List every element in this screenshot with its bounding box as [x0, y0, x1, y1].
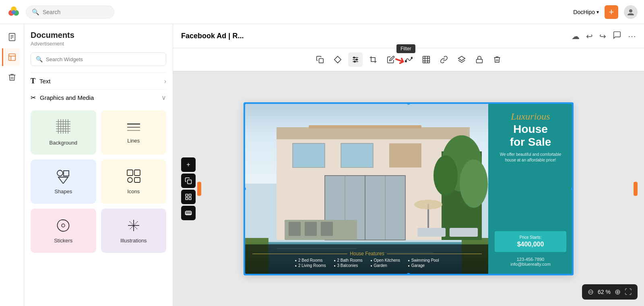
sidebar-item-new-doc[interactable] [3, 28, 21, 46]
canvas-header-right: ☁ ↩ ↪ ⋯ [572, 31, 636, 41]
widget-icons[interactable]: Icons [101, 159, 167, 204]
ad-info-section: Luxurious Housefor Sale We offer beautif… [488, 103, 573, 275]
svg-rect-33 [134, 178, 140, 182]
svg-rect-100 [417, 228, 446, 237]
graphics-section-header[interactable]: ✂ Graphics and Media ∨ [31, 89, 166, 105]
widget-search-bar[interactable]: 🔍 [31, 52, 166, 66]
grid-float-btn[interactable] [181, 190, 196, 204]
chevron-down-icon: ▾ [597, 9, 599, 15]
handle-br[interactable] [571, 273, 574, 275]
widget-shapes[interactable]: Shapes [31, 159, 96, 204]
svg-rect-30 [127, 170, 133, 176]
svg-rect-47 [405, 61, 407, 62]
handle-bm[interactable] [407, 273, 410, 275]
ad-luxurious-text: Luxurious [495, 111, 566, 122]
redo-icon[interactable]: ↪ [599, 31, 606, 41]
toolbar-lock-icon[interactable] [472, 52, 487, 67]
widget-background[interactable]: Background [31, 110, 96, 155]
left-resize-handle[interactable] [197, 182, 201, 196]
zoom-in-button[interactable]: ⊕ [615, 287, 621, 296]
logo[interactable] [6, 5, 21, 19]
toolbar-grid-icon[interactable] [419, 52, 433, 67]
features-list: 2 Bed Rooms 2 Living Rooms 2 Bath Rooms … [252, 258, 482, 268]
toolbar-link-icon[interactable] [437, 52, 451, 67]
filmstrip-float-btn[interactable] [181, 206, 196, 220]
svg-rect-57 [186, 194, 188, 196]
text-section-left: T Text [31, 77, 51, 85]
lines-icon [126, 122, 141, 134]
panel-subtitle: Advertisement [31, 41, 166, 47]
svg-rect-101 [450, 228, 478, 237]
global-search-bar[interactable]: 🔍 [26, 6, 114, 19]
canvas-header: Facebook Ad | R... ☁ ↩ ↪ ⋯ [173, 24, 644, 48]
ad-features-bar: House Features 2 Bed Rooms 2 Living Room… [244, 244, 490, 275]
comments-icon[interactable] [613, 31, 621, 41]
text-section-header[interactable]: T Text › [31, 72, 166, 89]
feature-item: Open Kitchens [371, 258, 400, 263]
toolbar: Filter ➜ [173, 48, 644, 71]
zoom-out-button[interactable]: ⊖ [588, 287, 594, 296]
svg-rect-39 [319, 59, 324, 63]
canvas-title: Facebook Ad | R... [181, 32, 244, 40]
ad-email: info@bluerealty.com [495, 262, 566, 267]
graphics-section-left: ✂ Graphics and Media [31, 94, 94, 101]
svg-point-96 [460, 159, 488, 208]
toolbar-diamond-icon[interactable] [330, 52, 345, 67]
more-options-icon[interactable]: ⋯ [628, 31, 636, 41]
svg-rect-83 [309, 125, 421, 128]
header-left: 🔍 [6, 5, 114, 19]
icons-label: Icons [127, 188, 140, 194]
search-icon: 🔍 [32, 8, 39, 16]
save-cloud-icon[interactable]: ☁ [572, 31, 580, 41]
undo-icon[interactable]: ↩ [586, 31, 593, 41]
ad-house-for-sale-text: Housefor Sale [495, 123, 566, 149]
sidebar-item-documents[interactable] [2, 48, 21, 66]
handle-tr[interactable] [571, 102, 574, 105]
toolbar-path-icon[interactable] [401, 52, 416, 67]
header: 🔍 DocHipo ▾ + [0, 0, 644, 24]
widget-grid: Background Lines [31, 110, 166, 253]
right-resize-handle[interactable] [634, 182, 638, 196]
features-col-1: 2 Bed Rooms 2 Living Rooms [295, 258, 326, 268]
svg-point-45 [356, 59, 357, 60]
widget-stickers[interactable]: Stickers [31, 209, 96, 253]
zoom-in-float-btn[interactable]: + [181, 157, 196, 172]
zoom-bar: ⊖ 62 % ⊕ ⛶ [582, 284, 638, 300]
svg-rect-87 [321, 222, 333, 236]
toolbar-layers-icon[interactable] [454, 52, 469, 67]
handle-mr[interactable] [571, 187, 574, 190]
svg-rect-75 [277, 127, 470, 139]
toolbar-filter-icon[interactable] [348, 52, 363, 67]
widget-illustrations[interactable]: Illustrations [101, 209, 167, 253]
toolbar-copy-icon[interactable] [313, 52, 327, 67]
create-new-button[interactable]: + [605, 5, 618, 19]
user-avatar[interactable] [624, 5, 638, 19]
zoom-percent: 62 % [598, 289, 611, 295]
widget-lines[interactable]: Lines [101, 110, 167, 155]
feature-item: Garage [408, 263, 439, 268]
icon-bar [0, 24, 24, 306]
toolbar-delete-icon[interactable] [490, 52, 504, 67]
global-search-input[interactable] [43, 9, 108, 15]
svg-marker-40 [334, 56, 341, 63]
svg-rect-76 [293, 143, 325, 167]
svg-rect-77 [341, 143, 373, 167]
svg-rect-85 [289, 222, 301, 236]
svg-point-99 [414, 200, 442, 209]
duplicate-float-btn[interactable] [181, 174, 196, 188]
main-layout: Documents Advertisement 🔍 T Text › ✂ Gra… [0, 24, 644, 306]
shapes-label: Shapes [54, 188, 72, 194]
svg-point-46 [354, 61, 355, 62]
dochipo-menu[interactable]: DocHipo ▾ [573, 9, 599, 15]
fullscreen-button[interactable]: ⛶ [625, 288, 632, 296]
graphics-section-chevron: ∨ [161, 94, 166, 101]
toolbar-crop-icon[interactable] [366, 52, 380, 67]
toolbar-edit-icon[interactable] [384, 52, 398, 67]
features-title: House Features [252, 251, 482, 256]
widget-search-input[interactable] [46, 56, 161, 62]
dochipo-label: DocHipo [573, 9, 595, 15]
ad-card[interactable]: House Features 2 Bed Rooms 2 Living Room… [244, 102, 574, 275]
sidebar-item-trash[interactable] [3, 68, 21, 86]
background-icon [56, 119, 70, 136]
svg-point-44 [353, 57, 355, 58]
